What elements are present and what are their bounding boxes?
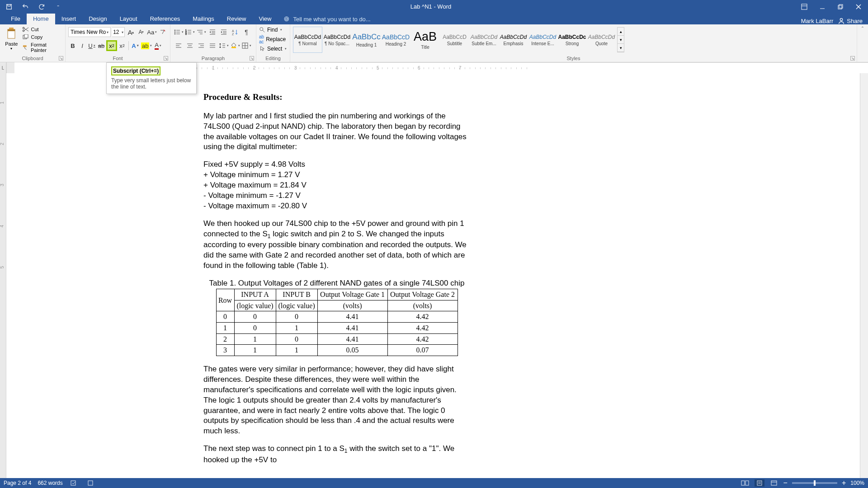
- select-button[interactable]: Select▾: [259, 46, 287, 52]
- table-row: 3110.050.07: [216, 345, 458, 356]
- clipboard-dialog-launcher[interactable]: ↘: [59, 56, 63, 61]
- tab-design[interactable]: Design: [82, 14, 113, 24]
- group-label-font: Font: [66, 56, 170, 61]
- style-emphasis[interactable]: AaBbCcDdEmphasis: [499, 27, 528, 53]
- read-mode-button[interactable]: [740, 479, 750, 487]
- shrink-font-button[interactable]: A▾: [137, 27, 146, 37]
- style-intense-e---[interactable]: AaBbCcDdIntense E...: [528, 27, 557, 53]
- style-quote[interactable]: AaBbCcDdQuote: [587, 27, 616, 53]
- change-case-button[interactable]: Aa▾: [147, 27, 157, 37]
- tell-me-search[interactable]: Tell me what you want to do...: [278, 14, 377, 24]
- cut-button[interactable]: Cut: [22, 27, 62, 32]
- svg-rect-0: [7, 4, 12, 9]
- style-subtle-em---[interactable]: AaBbCcDdSubtle Em...: [469, 27, 499, 53]
- align-left-button[interactable]: [173, 41, 184, 51]
- tab-file[interactable]: File: [5, 14, 27, 24]
- style-heading-1[interactable]: AaBbCcHeading 1: [352, 27, 381, 53]
- collapse-ribbon-button[interactable]: ˆ: [862, 26, 863, 33]
- align-center-button[interactable]: [184, 41, 195, 51]
- underline-button[interactable]: U▾: [87, 41, 96, 51]
- zoom-level[interactable]: 100%: [850, 480, 864, 486]
- undo-button[interactable]: [21, 2, 30, 11]
- replace-button[interactable]: abacReplace: [259, 34, 287, 44]
- copy-button[interactable]: Copy: [22, 34, 62, 40]
- document-page[interactable]: Procedure & Results: My lab partner and …: [163, 73, 511, 478]
- align-right-button[interactable]: [196, 41, 207, 51]
- document-title: Lab ^N1 - Word: [62, 3, 799, 10]
- styles-dialog-launcher[interactable]: ↘: [850, 56, 855, 61]
- sort-button[interactable]: AZ: [230, 27, 241, 37]
- paragraph-dialog-launcher[interactable]: ↘: [250, 56, 254, 61]
- clear-formatting-button[interactable]: [158, 27, 167, 37]
- shading-button[interactable]: ▾: [230, 41, 241, 51]
- numbering-button[interactable]: 123▾: [184, 27, 195, 37]
- page-indicator[interactable]: Page 2 of 4: [4, 480, 31, 486]
- subscript-button[interactable]: x2: [106, 40, 117, 51]
- zoom-slider[interactable]: [792, 482, 837, 484]
- print-layout-button[interactable]: [755, 479, 764, 487]
- show-paragraph-marks-button[interactable]: ¶: [241, 27, 252, 37]
- superscript-button[interactable]: x2: [118, 41, 127, 51]
- zoom-in-button[interactable]: +: [842, 479, 846, 487]
- justify-button[interactable]: [207, 41, 218, 51]
- increase-indent-button[interactable]: [218, 27, 229, 37]
- format-painter-button[interactable]: Format Painter: [22, 42, 62, 53]
- svg-rect-4: [839, 5, 843, 8]
- svg-rect-1: [802, 4, 807, 9]
- font-name-combo[interactable]: Times New Ro▾: [68, 27, 111, 37]
- style-strong[interactable]: AaBbCcDcStrong: [557, 27, 587, 53]
- highlight-button[interactable]: ab▾: [140, 41, 153, 51]
- styles-scroll[interactable]: ▴▾▾: [617, 27, 624, 52]
- tab-view[interactable]: View: [252, 14, 278, 24]
- autosave-icon[interactable]: [5, 2, 14, 11]
- tab-insert[interactable]: Insert: [55, 14, 83, 24]
- paste-button[interactable]: Paste ▾: [3, 26, 20, 54]
- line-spacing-button[interactable]: ▾: [218, 41, 229, 51]
- ribbon-display-options[interactable]: [799, 2, 809, 12]
- share-button[interactable]: Share: [838, 17, 863, 24]
- vertical-ruler[interactable]: 12345: [0, 73, 6, 478]
- group-label-styles: Styles: [290, 56, 857, 61]
- find-button[interactable]: Find▾: [259, 27, 287, 33]
- font-color-button[interactable]: A▾: [153, 41, 162, 51]
- text-effects-button[interactable]: A▾: [131, 41, 140, 51]
- style-heading-2[interactable]: AaBbCcDHeading 2: [381, 27, 410, 53]
- section-heading: Procedure & Results:: [203, 91, 470, 103]
- minimize-button[interactable]: [817, 2, 827, 12]
- tab-review[interactable]: Review: [221, 14, 253, 24]
- font-size-combo[interactable]: 12▾: [112, 27, 125, 37]
- style-subtitle[interactable]: AaBbCcDSubtitle: [440, 27, 469, 53]
- bold-button[interactable]: B: [68, 41, 77, 51]
- tab-mailings[interactable]: Mailings: [186, 14, 221, 24]
- style---no-spac---[interactable]: AaBbCcDd¶ No Spac...: [322, 27, 352, 53]
- user-name[interactable]: Mark LaBarr: [801, 18, 834, 24]
- borders-button[interactable]: ▾: [241, 41, 252, 51]
- tab-references[interactable]: References: [144, 14, 186, 24]
- style-title[interactable]: AaBTitle: [410, 27, 440, 53]
- multilevel-list-button[interactable]: ▾: [196, 27, 207, 37]
- macro-recording-icon[interactable]: [85, 479, 95, 487]
- tab-home[interactable]: Home: [27, 14, 55, 24]
- tab-layout[interactable]: Layout: [113, 14, 144, 24]
- svg-point-8: [285, 17, 289, 21]
- restore-button[interactable]: [835, 2, 845, 12]
- web-layout-button[interactable]: [769, 479, 779, 487]
- tab-selector[interactable]: L: [0, 62, 6, 73]
- word-count[interactable]: 662 words: [38, 480, 62, 486]
- style---normal[interactable]: AaBbCcDd¶ Normal: [293, 27, 322, 53]
- vertical-scrollbar[interactable]: [860, 73, 868, 478]
- zoom-out-button[interactable]: −: [783, 479, 788, 487]
- italic-button[interactable]: I: [78, 41, 87, 51]
- th-input-b: INPUT B: [276, 289, 317, 300]
- font-dialog-launcher[interactable]: ↘: [164, 56, 168, 61]
- qat-customize[interactable]: ⁼: [53, 2, 62, 11]
- data-table: Row INPUT A INPUT B Output Voltage Gate …: [216, 289, 458, 356]
- grow-font-button[interactable]: A▴: [126, 27, 135, 37]
- bullets-button[interactable]: ▾: [173, 27, 184, 37]
- strikethrough-button[interactable]: ab: [97, 41, 106, 51]
- decrease-indent-button[interactable]: [207, 27, 218, 37]
- table-row: 2104.414.42: [216, 333, 458, 345]
- redo-button[interactable]: [37, 2, 46, 11]
- spellcheck-icon[interactable]: [69, 479, 79, 487]
- close-button[interactable]: [854, 2, 863, 12]
